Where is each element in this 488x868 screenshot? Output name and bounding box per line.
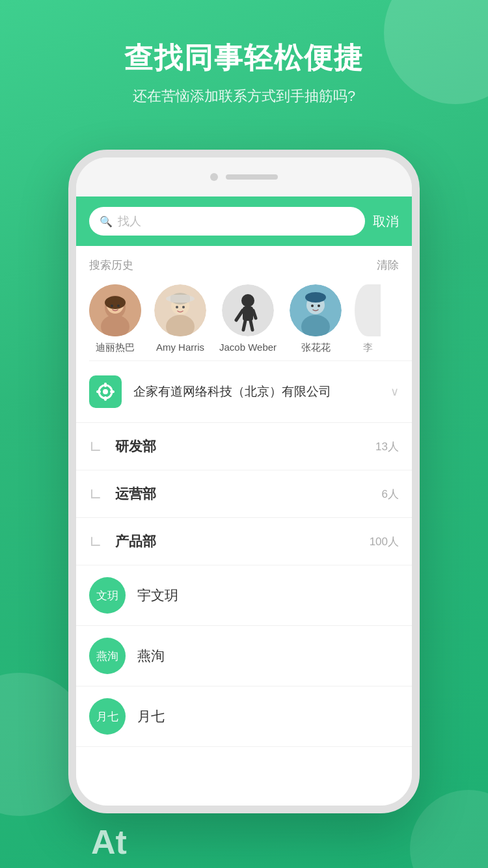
phone-mockup: 🔍 找人 取消 搜索历史 清除 — [68, 150, 420, 813]
dept-indent-icon-1 — [89, 486, 105, 502]
cancel-button[interactable]: 取消 — [373, 213, 399, 230]
avatar-name-zhang: 张花花 — [301, 342, 331, 354]
page-subtitle: 还在苦恼添加联系方式到手抽筋吗? — [0, 87, 488, 106]
history-section: 搜索历史 清除 — [76, 246, 412, 360]
person-row-0[interactable]: 文玥 宇文玥 — [76, 565, 412, 626]
dept-row-2[interactable]: 产品部 100人 — [76, 518, 412, 565]
svg-rect-33 — [96, 390, 101, 393]
avatar-dilireba — [89, 284, 141, 336]
svg-rect-32 — [104, 396, 107, 401]
avatar-item-li[interactable]: 李 — [355, 284, 381, 354]
person-name-2: 月七 — [137, 707, 165, 726]
person-name-1: 燕洵 — [137, 647, 165, 665]
dept-indent-icon-0 — [89, 439, 105, 454]
avatar-name-jacob: Jacob Weber — [219, 342, 277, 353]
company-icon — [89, 375, 122, 408]
person-row-2[interactable]: 月七 月七 — [76, 686, 412, 747]
svg-point-14 — [182, 306, 185, 308]
company-row[interactable]: 企家有道网络科技（北京）有限公司 ∨ — [76, 361, 412, 423]
chevron-down-icon: ∨ — [390, 385, 399, 399]
deco-circle-bottom-right — [410, 790, 488, 868]
person-row-1[interactable]: 燕洵 燕洵 — [76, 626, 412, 686]
at-label: At — [91, 822, 127, 861]
dept-name-2: 产品部 — [115, 532, 370, 550]
person-avatar-1: 燕洵 — [89, 638, 126, 674]
dept-name-1: 运营部 — [115, 485, 382, 503]
history-header: 搜索历史 清除 — [89, 258, 399, 273]
svg-line-20 — [243, 321, 245, 330]
phone-speaker — [226, 174, 278, 180]
dept-count-2: 100人 — [370, 534, 399, 549]
company-name: 企家有道网络科技（北京）有限公司 — [133, 383, 390, 400]
avatar-item-amy[interactable]: Amy Harris — [154, 284, 206, 354]
svg-rect-28 — [355, 284, 381, 336]
dept-count-0: 13人 — [375, 439, 399, 454]
avatar-item-jacob[interactable]: Jacob Weber — [219, 284, 277, 354]
avatar-jacob — [222, 284, 274, 336]
avatar-item-dilireba[interactable]: 迪丽热巴 — [89, 284, 141, 354]
svg-rect-17 — [243, 306, 253, 321]
svg-point-13 — [176, 306, 178, 308]
avatar-name-li: 李 — [363, 342, 373, 354]
svg-rect-34 — [110, 390, 115, 393]
svg-rect-31 — [104, 383, 107, 387]
phone-content: 🔍 找人 取消 搜索历史 清除 — [76, 197, 412, 806]
dept-count-1: 6人 — [382, 487, 399, 502]
svg-line-21 — [251, 321, 252, 330]
dept-name-0: 研发部 — [115, 437, 375, 455]
search-input-wrapper[interactable]: 🔍 找人 — [89, 207, 365, 236]
svg-point-27 — [318, 305, 320, 307]
avatar-name-amy: Amy Harris — [156, 342, 204, 353]
avatar-zhang — [290, 284, 342, 336]
phone-camera — [210, 173, 218, 181]
svg-point-5 — [111, 305, 113, 307]
svg-point-30 — [103, 389, 108, 394]
phone-top-bar — [76, 157, 412, 197]
svg-point-25 — [305, 292, 326, 303]
avatar-name-dilireba: 迪丽热巴 — [96, 342, 135, 354]
dept-row-1[interactable]: 运营部 6人 — [76, 470, 412, 518]
person-avatar-0: 文玥 — [89, 577, 126, 614]
page-title: 查找同事轻松便捷 — [0, 39, 488, 77]
search-icon: 🔍 — [100, 215, 113, 228]
person-name-0: 宇文玥 — [137, 586, 178, 604]
svg-point-16 — [241, 294, 254, 307]
history-label: 搜索历史 — [89, 258, 133, 273]
avatar-item-zhang[interactable]: 张花花 — [290, 284, 342, 354]
header-section: 查找同事轻松便捷 还在苦恼添加联系方式到手抽筋吗? — [0, 39, 488, 106]
search-bar-container: 🔍 找人 取消 — [76, 197, 412, 246]
svg-point-26 — [311, 305, 314, 307]
avatar-list: 迪丽热巴 — [89, 284, 399, 354]
svg-point-6 — [117, 305, 120, 307]
search-placeholder-text: 找人 — [118, 213, 141, 229]
dept-row-0[interactable]: 研发部 13人 — [76, 423, 412, 470]
svg-point-4 — [105, 296, 126, 309]
svg-rect-12 — [170, 295, 190, 303]
avatar-amy — [154, 284, 206, 336]
person-avatar-2: 月七 — [89, 698, 126, 735]
clear-button[interactable]: 清除 — [377, 258, 399, 273]
dept-indent-icon-2 — [89, 534, 105, 549]
avatar-li — [355, 284, 381, 336]
